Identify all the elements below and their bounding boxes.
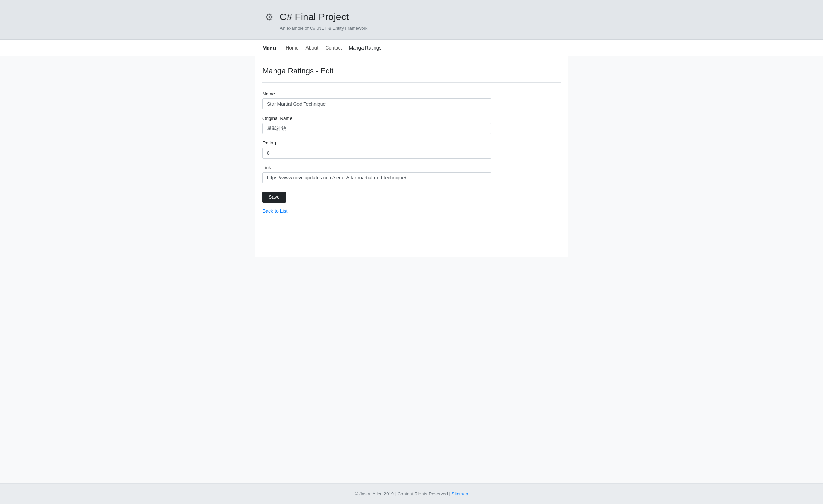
rating-label: Rating — [262, 140, 561, 145]
nav-manga-ratings[interactable]: Manga Ratings — [346, 44, 384, 52]
main-content: Manga Ratings - Edit Name Original Name … — [255, 56, 568, 257]
original-name-label: Original Name — [262, 116, 561, 121]
navbar-brand: Menu — [262, 45, 276, 51]
back-to-list-link[interactable]: Back to List — [262, 208, 561, 214]
link-input[interactable] — [262, 172, 491, 183]
save-button[interactable]: Save — [262, 192, 286, 203]
rating-input[interactable] — [262, 148, 491, 159]
rating-group: Rating — [262, 140, 561, 159]
original-name-input[interactable] — [262, 123, 491, 134]
main-navbar: Menu Home About Contact Manga Ratings — [0, 40, 823, 56]
site-subtitle: An example of C# .NET & Entity Framework — [280, 26, 561, 31]
name-group: Name — [262, 91, 561, 109]
page-title: Manga Ratings - Edit — [262, 67, 561, 76]
link-group: Link — [262, 165, 561, 183]
nav-about[interactable]: About — [303, 44, 321, 52]
name-input[interactable] — [262, 98, 491, 109]
site-title: C# Final Project — [280, 11, 349, 23]
nav-home[interactable]: Home — [283, 44, 301, 52]
site-header: ⚙ C# Final Project An example of C# .NET… — [0, 0, 823, 40]
site-footer: © Jason Allen 2019 | Content Rights Rese… — [0, 483, 823, 504]
name-label: Name — [262, 91, 561, 96]
original-name-group: Original Name — [262, 116, 561, 134]
link-label: Link — [262, 165, 561, 170]
nav-contact[interactable]: Contact — [322, 44, 345, 52]
divider — [262, 82, 561, 83]
site-logo: ⚙ — [262, 10, 276, 24]
footer-sitemap-link[interactable]: Sitemap — [451, 491, 468, 496]
footer-copyright: © Jason Allen 2019 | Content Rights Rese… — [355, 491, 452, 496]
edit-form: Name Original Name Rating Link — [262, 91, 561, 214]
nav-links: Home About Contact Manga Ratings — [283, 45, 384, 51]
